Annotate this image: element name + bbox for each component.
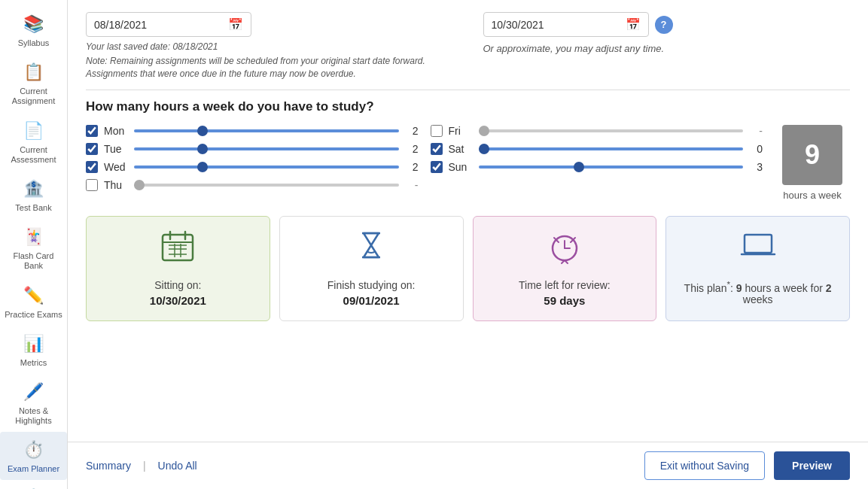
- sidebar-item-label: Notes &Highlights: [15, 406, 51, 426]
- total-hours-box: 9 hours a week: [775, 125, 850, 201]
- days-right-column: Fri - Sat 0 Su: [431, 125, 763, 173]
- sidebar-item-label: Syllabus: [18, 38, 50, 48]
- thu-value: -: [405, 179, 419, 191]
- day-row-mon: Mon 2: [86, 125, 419, 137]
- sat-checkbox[interactable]: [431, 143, 443, 155]
- sat-label: Sat: [449, 143, 473, 155]
- footer-divider: |: [143, 460, 146, 472]
- time-left-card: Time left for review: 59 days: [473, 216, 657, 322]
- sun-label: Sun: [449, 161, 473, 173]
- mon-label: Mon: [104, 125, 128, 137]
- time-left-title: Time left for review:: [519, 279, 611, 291]
- wed-slider[interactable]: [134, 166, 399, 169]
- content-area: 08/18/2021 📅 Your last saved date: 08/18…: [68, 0, 868, 442]
- start-date-input-wrap[interactable]: 08/18/2021 📅: [86, 12, 251, 37]
- sidebar-item-label: Test Bank: [15, 203, 51, 213]
- exit-without-saving-button[interactable]: Exit without Saving: [644, 451, 765, 480]
- flash-card-icon: 🃏: [22, 225, 46, 249]
- end-date-calendar-icon[interactable]: 📅: [626, 17, 641, 32]
- footer-links: Summary | Undo All: [86, 460, 197, 472]
- undo-all-link[interactable]: Undo All: [158, 460, 197, 472]
- fri-value: -: [749, 125, 763, 137]
- wed-checkbox[interactable]: [86, 161, 98, 173]
- sidebar-item-syllabus[interactable]: 📚 Syllabus: [0, 6, 67, 54]
- notes-highlights-icon: 🖊️: [22, 380, 46, 404]
- end-date-help-icon[interactable]: ?: [655, 16, 673, 34]
- day-row-sun: Sun 3: [431, 161, 763, 173]
- time-left-value: 59 days: [544, 294, 585, 307]
- hourglass-card-icon: [353, 229, 389, 272]
- sidebar-item-label: Practice Exams: [5, 310, 62, 320]
- thu-checkbox[interactable]: [86, 179, 98, 191]
- summary-link[interactable]: Summary: [86, 460, 131, 472]
- start-date-group: 08/18/2021 📅 Your last saved date: 08/18…: [86, 12, 453, 80]
- mon-slider[interactable]: [134, 129, 399, 132]
- main-content: 08/18/2021 📅 Your last saved date: 08/18…: [68, 0, 868, 489]
- day-row-tue: Tue 2: [86, 143, 419, 155]
- finish-studying-title: Finish studying on:: [327, 279, 416, 291]
- sidebar-item-metrics[interactable]: 📊 Metrics: [0, 326, 67, 374]
- svg-rect-0: [163, 235, 193, 260]
- sidebar-item-plan-summary[interactable]: 📋 Plan Summary: [0, 480, 67, 489]
- end-date-input-wrap[interactable]: 10/30/2021 📅: [483, 12, 649, 37]
- svg-rect-18: [745, 235, 772, 253]
- sidebar-item-label: Metrics: [20, 358, 47, 368]
- laptop-card-icon: [739, 229, 778, 272]
- thu-label: Thu: [104, 179, 128, 191]
- sun-value: 3: [749, 161, 763, 173]
- sat-value: 0: [749, 143, 763, 155]
- sitting-on-value: 10/30/2021: [150, 294, 206, 307]
- this-plan-title: This plan*: 9 hours a week for 2 weeks: [675, 279, 840, 306]
- footer: Summary | Undo All Exit without Saving P…: [68, 442, 868, 489]
- preview-button[interactable]: Preview: [774, 451, 850, 480]
- sidebar-item-practice-exams[interactable]: ✏️ Practice Exams: [0, 278, 67, 326]
- wed-slider-wrap: [134, 165, 399, 169]
- sun-slider[interactable]: [479, 166, 744, 169]
- wed-label: Wed: [104, 161, 128, 173]
- days-left-column: Mon 2 Tue 2 We: [86, 125, 419, 191]
- test-bank-icon: 🏦: [22, 177, 46, 201]
- tue-checkbox[interactable]: [86, 143, 98, 155]
- exam-planner-icon: ⏱️: [22, 438, 46, 462]
- mon-value: 2: [405, 125, 419, 137]
- syllabus-icon: 📚: [22, 12, 46, 36]
- mon-checkbox[interactable]: [86, 125, 98, 137]
- info-cards: Sitting on: 10/30/2021 Finish studying o…: [86, 216, 850, 322]
- fri-slider[interactable]: [479, 129, 744, 132]
- fri-slider-wrap: [479, 129, 744, 133]
- sat-slider[interactable]: [479, 147, 744, 150]
- thu-slider[interactable]: [134, 184, 399, 187]
- sun-checkbox[interactable]: [431, 161, 443, 173]
- sidebar-item-notes-highlights[interactable]: 🖊️ Notes &Highlights: [0, 374, 67, 432]
- sidebar-item-label: CurrentAssignment: [12, 87, 55, 106]
- sidebar-item-current-assessment[interactable]: 📄 CurrentAssessment: [0, 113, 67, 171]
- fri-label: Fri: [449, 125, 473, 137]
- start-date-calendar-icon[interactable]: 📅: [228, 17, 243, 32]
- day-row-sat: Sat 0: [431, 143, 763, 155]
- approx-note: Or approximate, you may adjust any time.: [483, 43, 851, 54]
- sidebar-item-exam-planner[interactable]: ⏱️ Exam Planner: [0, 432, 67, 480]
- sitting-on-title: Sitting on:: [154, 279, 201, 291]
- hours-title: How many hours a week do you have to stu…: [86, 99, 850, 114]
- wed-value: 2: [405, 161, 419, 173]
- sitting-on-card: Sitting on: 10/30/2021: [86, 216, 270, 322]
- sidebar-item-label: CurrentAssessment: [11, 145, 56, 165]
- day-row-wed: Wed 2: [86, 161, 419, 173]
- sidebar-item-flash-card-bank[interactable]: 🃏 Flash CardBank: [0, 219, 67, 277]
- current-assessment-icon: 📄: [22, 119, 46, 143]
- thu-slider-wrap: [134, 183, 399, 187]
- total-hours-label: hours a week: [783, 190, 841, 201]
- sidebar-item-current-assignment[interactable]: 📋 CurrentAssignment: [0, 54, 67, 112]
- tue-slider[interactable]: [134, 147, 399, 150]
- sidebar-item-label: Exam Planner: [8, 464, 59, 474]
- metrics-icon: 📊: [22, 332, 46, 356]
- mon-slider-wrap: [134, 129, 399, 133]
- day-row-thu: Thu -: [86, 179, 419, 191]
- fri-checkbox[interactable]: [431, 125, 443, 137]
- date-row: 08/18/2021 📅 Your last saved date: 08/18…: [86, 12, 850, 80]
- sidebar: 📚 Syllabus 📋 CurrentAssignment 📄 Current…: [0, 0, 68, 489]
- total-hours-number: 9: [782, 125, 842, 185]
- sidebar-item-test-bank[interactable]: 🏦 Test Bank: [0, 171, 67, 219]
- plan-summary-icon: 📋: [22, 486, 46, 489]
- tue-value: 2: [405, 143, 419, 155]
